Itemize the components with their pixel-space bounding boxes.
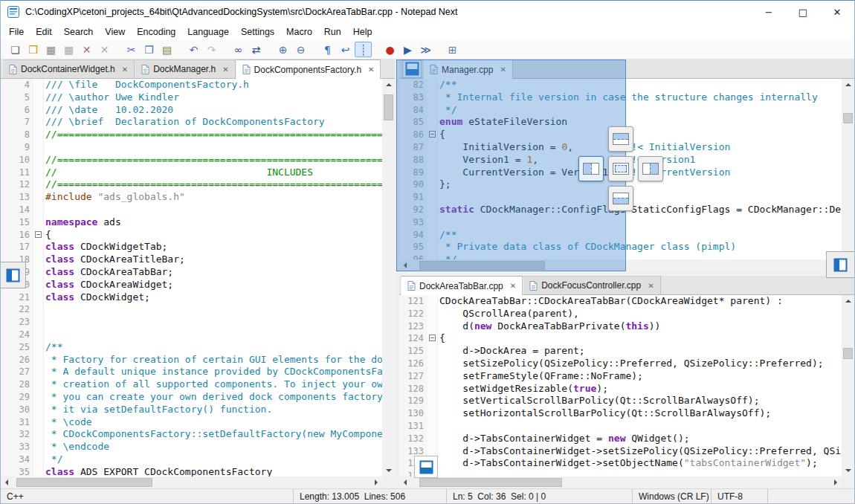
menu-settings[interactable]: Settings xyxy=(235,25,280,39)
show-all-chars-button[interactable]: ¶ xyxy=(319,42,336,57)
scroll-up-arrow-icon[interactable] xyxy=(382,79,395,91)
run-macro-multiple-button[interactable]: ≫ xyxy=(417,42,434,57)
drop-indicator-top-icon[interactable] xyxy=(608,126,633,152)
tab-DockFocusController.cpp[interactable]: DockFocusController.cpp✕ xyxy=(523,276,660,294)
close-button[interactable]: ✕ xyxy=(78,42,95,57)
cut-button[interactable]: ✂ xyxy=(123,42,140,57)
tab-close-icon[interactable]: ✕ xyxy=(510,282,516,290)
left-editor-vscrollbar[interactable] xyxy=(382,79,395,476)
zoom-in-button[interactable]: ⊕ xyxy=(274,42,291,57)
maximize-button[interactable]: □ xyxy=(786,1,820,23)
find-button[interactable]: ∞ xyxy=(230,42,247,57)
menu-search[interactable]: Search xyxy=(58,25,100,39)
scrollbar-thumb[interactable] xyxy=(419,478,561,487)
menu-file[interactable]: File xyxy=(3,25,30,39)
scrollbar-track[interactable] xyxy=(411,476,830,488)
scrollbar-thumb[interactable] xyxy=(843,113,853,124)
close-button[interactable]: ✕ xyxy=(820,1,854,23)
drop-indicator-bottom-icon[interactable] xyxy=(608,186,633,211)
status-language[interactable]: C++ xyxy=(1,489,294,504)
tab-close-icon[interactable]: ✕ xyxy=(648,282,654,290)
menu-language[interactable]: Language xyxy=(181,25,235,39)
code-line-131: 131 xyxy=(399,420,842,433)
restore-window-button[interactable]: ⊞ xyxy=(444,42,461,57)
tab-close-icon[interactable]: ✕ xyxy=(368,65,374,74)
menu-edit[interactable]: Edit xyxy=(30,25,58,39)
redo-button[interactable]: ↷ xyxy=(203,42,220,57)
document-icon xyxy=(407,281,416,291)
code-line-126: 126 setSizePolicy(QSizePolicy::Preferred… xyxy=(399,358,842,370)
drop-indicator-center-icon[interactable] xyxy=(608,156,633,181)
scroll-left-arrow-icon[interactable] xyxy=(399,476,411,488)
save-button[interactable]: ▦ xyxy=(42,42,59,57)
tab-DockComponentsFactory.h[interactable]: DockComponentsFactory.h✕ xyxy=(236,59,381,79)
status-eol-format[interactable]: Windows (CR LF) xyxy=(633,489,712,504)
code-line-125: 125 d->DockArea = parent; xyxy=(399,345,842,358)
word-wrap-button[interactable]: ↩ xyxy=(337,42,354,57)
tab-DockContainerWidget.h[interactable]: DockContainerWidget.h✕ xyxy=(2,59,135,78)
scrollbar-thumb[interactable] xyxy=(16,478,152,487)
indent-guide-button[interactable]: ┊ xyxy=(355,42,372,57)
playback-macro-icon: ▶ xyxy=(404,45,412,55)
minimize-button[interactable]: − xyxy=(752,1,786,23)
left-editor-hscrollbar[interactable] xyxy=(1,476,382,488)
left-editor[interactable]: 4/// \file DockComponentsFactory.h5/// \… xyxy=(1,79,382,476)
drop-indicator-left-icon[interactable] xyxy=(578,156,604,181)
bottom-right-editor-hscrollbar[interactable] xyxy=(399,476,842,488)
auto-hide-tab-right[interactable] xyxy=(826,251,854,278)
record-macro-button[interactable]: ● xyxy=(381,42,399,57)
scroll-down-arrow-icon[interactable] xyxy=(842,465,854,476)
scroll-right-arrow-icon[interactable] xyxy=(830,476,842,488)
save-all-button[interactable]: ▦ xyxy=(60,42,77,57)
scroll-up-arrow-icon[interactable] xyxy=(842,295,854,307)
zoom-out-button[interactable]: ⊖ xyxy=(292,42,309,57)
scroll-right-arrow-icon[interactable] xyxy=(370,476,382,488)
top-right-editor-vscrollbar[interactable] xyxy=(842,79,854,259)
paste-button[interactable]: ▤ xyxy=(158,42,175,57)
menu-help[interactable]: Help xyxy=(347,25,378,39)
menu-view[interactable]: View xyxy=(99,25,131,39)
playback-macro-button[interactable]: ▶ xyxy=(399,42,416,57)
undo-button[interactable]: ↶ xyxy=(185,42,202,57)
bottom-right-editor-vscrollbar[interactable] xyxy=(842,295,854,476)
menu-run[interactable]: Run xyxy=(318,25,347,39)
auto-hide-tab-bottom[interactable] xyxy=(414,456,438,478)
record-macro-icon: ● xyxy=(385,45,394,55)
scrollbar-corner xyxy=(382,476,395,488)
auto-hide-tab-left[interactable] xyxy=(1,262,26,288)
code-line-31: 31 * \code xyxy=(1,416,382,429)
tab-label: DockManager.h xyxy=(153,64,216,74)
fold-marker-icon[interactable]: − xyxy=(35,231,42,238)
code-line-22: 22 xyxy=(1,303,382,316)
drop-indicator-right-icon[interactable] xyxy=(638,156,663,181)
code-line-29: 29 * you can create your own derived doc… xyxy=(1,391,382,404)
scrollbar-track[interactable] xyxy=(13,476,370,488)
tab-close-icon[interactable]: ✕ xyxy=(222,65,228,74)
copy-button[interactable]: ❐ xyxy=(141,42,158,57)
scrollbar-track[interactable] xyxy=(382,91,395,465)
open-folder-button[interactable]: ❒ xyxy=(25,42,42,57)
tab-close-icon[interactable]: ✕ xyxy=(122,65,128,74)
menu-macro[interactable]: Macro xyxy=(280,25,318,39)
scrollbar-thumb[interactable] xyxy=(384,94,393,120)
code-line-9: 9 xyxy=(1,141,382,154)
scrollbar-thumb[interactable] xyxy=(843,348,853,359)
scroll-left-arrow-icon[interactable] xyxy=(1,476,13,488)
copy-icon: ❐ xyxy=(144,45,154,55)
close-all-button[interactable]: ✕ xyxy=(96,42,113,57)
menu-encoding[interactable]: Encoding xyxy=(131,25,181,39)
status-encoding[interactable]: UTF-8 xyxy=(712,489,768,504)
new-file-button[interactable]: ❏ xyxy=(7,42,24,57)
tab-DockAreaTabBar.cpp[interactable]: DockAreaTabBar.cpp✕ xyxy=(401,276,523,295)
tab-DockManager.h[interactable]: DockManager.h✕ xyxy=(135,59,235,78)
scrollbar-track[interactable] xyxy=(842,307,854,465)
replace-button[interactable]: ⇄ xyxy=(248,42,265,57)
scroll-up-arrow-icon[interactable] xyxy=(842,79,854,91)
bottom-right-editor[interactable]: 121CDockAreaTabBar::CDockAreaTabBar(CDoc… xyxy=(399,295,842,476)
scrollbar-track[interactable] xyxy=(842,91,854,248)
scroll-down-arrow-icon[interactable] xyxy=(382,465,395,476)
code-line-15: 15namespace ads xyxy=(1,216,382,229)
status-bar: C++ Length: 13.005 Lines: 506 Ln: 5 Col:… xyxy=(1,488,854,504)
left-tab-bar: DockContainerWidget.h✕DockManager.h✕Dock… xyxy=(1,59,395,79)
fold-marker-icon[interactable]: − xyxy=(429,335,436,341)
